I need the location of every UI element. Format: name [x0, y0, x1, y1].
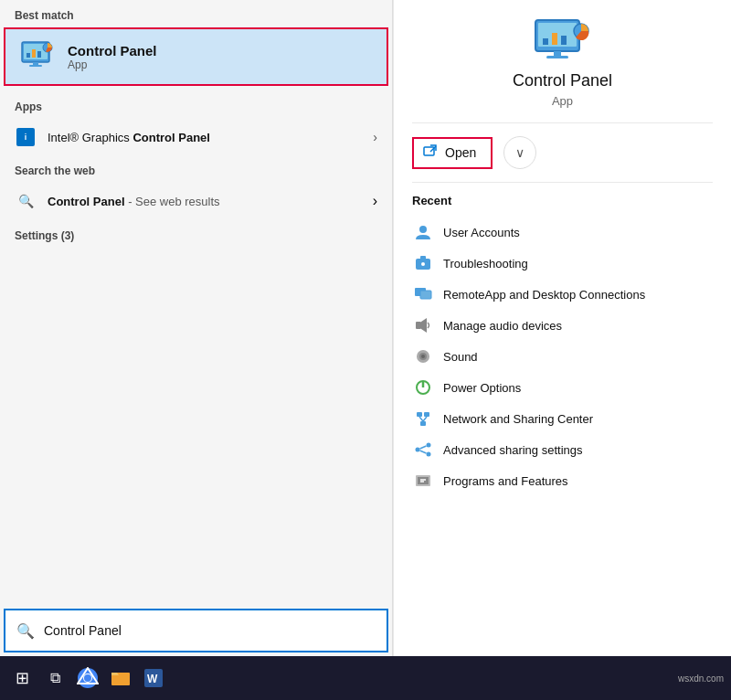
list-item[interactable]: Power Options [412, 372, 713, 403]
list-item[interactable]: Manage audio devices [412, 310, 713, 341]
intel-app-name: Intel® Graphics Control Panel [48, 131, 373, 144]
svg-point-38 [427, 452, 431, 457]
intel-app-chevron: › [373, 130, 377, 144]
web-header: Search the web [0, 155, 392, 183]
svg-rect-12 [561, 36, 567, 45]
svg-rect-33 [420, 421, 426, 426]
taskbar: ⊞ ⧉ W wsxdn.com [0, 656, 731, 700]
best-match-text: Control Panel App [68, 43, 157, 71]
search-bar-text: Control Panel [44, 623, 376, 638]
chrome-icon[interactable] [73, 663, 102, 693]
svg-rect-42 [418, 477, 429, 484]
list-item[interactable]: Troubleshooting [412, 248, 713, 279]
best-match-subtitle: App [68, 58, 157, 71]
app-preview: Control Panel App [412, 18, 713, 123]
recent-section: Recent User Accounts Troubleshooting [412, 183, 713, 496]
svg-point-21 [421, 262, 425, 266]
search-web-icon: 🔍 [15, 190, 37, 212]
user-accounts-icon [412, 221, 434, 243]
web-search-text: Control Panel - See web results [48, 195, 373, 208]
svg-point-18 [419, 226, 427, 233]
list-item[interactable]: Network and Sharing Center [412, 403, 713, 434]
open-button[interactable]: Open [412, 137, 493, 169]
svg-rect-31 [417, 412, 422, 417]
audio-icon [412, 314, 434, 336]
word-icon[interactable]: W [139, 663, 168, 693]
search-results-left-panel: Best match [0, 0, 393, 656]
svg-point-28 [421, 355, 425, 358]
wsxdn-label: wsxdn.com [678, 673, 724, 684]
settings-label: Settings (3) [15, 229, 74, 242]
sharing-icon [412, 439, 434, 461]
sharing-label: Advanced sharing settings [443, 443, 582, 457]
audio-label: Manage audio devices [443, 319, 562, 333]
svg-point-36 [416, 448, 420, 452]
recent-header: Recent [412, 194, 713, 207]
svg-rect-16 [424, 147, 434, 155]
file-explorer-icon[interactable] [106, 663, 135, 693]
svg-point-47 [84, 674, 91, 682]
search-results-right-panel: Control Panel App Open ∨ [393, 0, 731, 656]
list-item[interactable]: Programs and Features [412, 465, 713, 496]
app-preview-type: App [552, 94, 573, 108]
expand-button[interactable]: ∨ [503, 136, 536, 169]
open-label: Open [445, 145, 476, 160]
svg-line-35 [423, 417, 427, 421]
remoteapp-label: RemoteApp and Desktop Connections [443, 288, 645, 302]
best-match-item[interactable]: Control Panel App [4, 27, 388, 86]
svg-line-34 [419, 417, 423, 421]
svg-rect-7 [29, 65, 42, 67]
open-icon [423, 144, 438, 162]
apps-header: Apps [0, 91, 392, 119]
best-match-header: Best match [0, 0, 392, 27]
svg-text:W: W [147, 673, 158, 685]
app-preview-icon [534, 18, 592, 62]
intel-graphics-app-item[interactable]: i Intel® Graphics Control Panel › [0, 119, 392, 155]
web-sub-text: - See web results [125, 195, 220, 208]
svg-rect-4 [37, 51, 41, 58]
app-preview-name: Control Panel [513, 71, 612, 90]
svg-rect-24 [416, 322, 421, 329]
control-panel-icon [20, 38, 57, 75]
svg-rect-3 [32, 49, 36, 58]
list-item[interactable]: Sound [412, 341, 713, 372]
settings-section: Settings (3) [0, 219, 392, 250]
power-icon [412, 377, 434, 398]
power-label: Power Options [443, 381, 521, 395]
svg-marker-25 [421, 318, 427, 333]
chevron-down-icon: ∨ [515, 145, 524, 160]
svg-rect-15 [546, 56, 568, 58]
svg-line-39 [420, 446, 427, 449]
svg-line-40 [420, 451, 427, 453]
list-item[interactable]: Advanced sharing settings [412, 434, 713, 465]
programs-label: Programs and Features [443, 474, 568, 488]
intel-icon: i [15, 126, 37, 148]
task-view-button[interactable]: ⧉ [40, 663, 69, 693]
svg-rect-23 [420, 291, 431, 299]
user-accounts-label: User Accounts [443, 226, 520, 239]
network-icon [412, 408, 434, 430]
troubleshooting-icon [412, 252, 434, 274]
search-bar-icon: 🔍 [16, 622, 35, 640]
remoteapp-icon [412, 283, 434, 305]
troubleshooting-label: Troubleshooting [443, 257, 528, 270]
start-button[interactable]: ⊞ [7, 663, 37, 693]
web-search-chevron: › [373, 193, 377, 209]
network-label: Network and Sharing Center [443, 412, 593, 426]
svg-rect-2 [26, 53, 30, 58]
web-query-text: Control Panel [48, 195, 125, 208]
svg-rect-32 [424, 412, 429, 417]
web-search-item[interactable]: 🔍 Control Panel - See web results › [0, 183, 392, 219]
list-item[interactable]: RemoteApp and Desktop Connections [412, 279, 713, 310]
svg-point-37 [427, 443, 431, 448]
list-item[interactable]: User Accounts [412, 217, 713, 248]
sound-label: Sound [443, 350, 478, 364]
taskbar-search-bar[interactable]: 🔍 Control Panel [4, 609, 388, 652]
sound-icon [412, 345, 434, 367]
open-btn-container: Open ∨ [412, 123, 713, 183]
best-match-title: Control Panel [68, 43, 157, 58]
svg-rect-10 [543, 38, 548, 45]
programs-icon [412, 470, 434, 492]
taskbar-right: wsxdn.com [674, 673, 724, 684]
svg-rect-11 [552, 33, 557, 45]
